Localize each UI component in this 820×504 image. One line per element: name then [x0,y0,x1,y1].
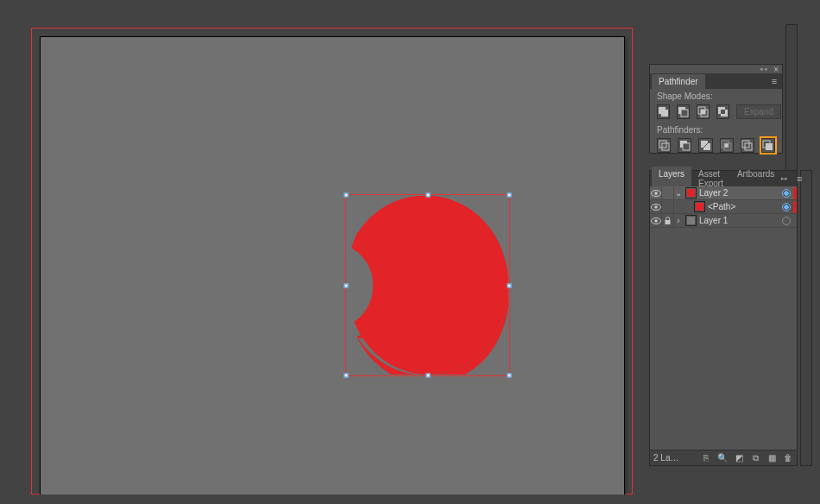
svg-rect-18 [722,141,729,148]
selection-indicator [793,215,797,227]
selection-indicator [793,201,797,213]
layer-swatch [694,201,705,212]
svg-rect-10 [659,141,666,148]
target-indicator[interactable] [782,189,791,198]
layer-name[interactable]: Layer 2 [699,188,779,198]
layers-dock-gutter[interactable] [800,170,812,466]
selection-bounding-box[interactable] [345,194,510,376]
svg-rect-13 [683,143,690,150]
bbox-handle-se[interactable] [508,374,512,378]
lock-toggle[interactable] [662,187,674,199]
new-sublayer-icon[interactable]: ⧉ [750,453,760,463]
lock-toggle[interactable] [662,215,674,227]
workspace[interactable] [12,17,644,495]
collapse-icon[interactable]: ▸▸ [781,175,788,182]
svg-line-16 [703,143,708,148]
selection-indicator [793,187,797,199]
layer-row[interactable]: ⌄ Layer 2 [650,186,797,200]
svg-point-29 [654,219,658,223]
svg-rect-8 [721,110,728,117]
visibility-toggle[interactable] [650,215,662,227]
make-clipping-mask-icon[interactable]: ◩ [734,453,744,463]
svg-point-25 [654,192,658,195]
svg-rect-2 [678,107,685,114]
tab-pathfinder[interactable]: Pathfinder [652,74,705,89]
pathfinder-minus-back-button[interactable] [761,138,775,153]
svg-rect-11 [662,143,669,150]
layer-name[interactable]: <Path> [708,202,779,211]
delete-icon[interactable]: 🗑 [783,453,793,463]
svg-rect-22 [763,141,770,148]
bbox-handle-e[interactable] [508,283,512,287]
pathfinder-divide-button[interactable] [657,138,671,153]
svg-rect-30 [665,220,671,224]
svg-rect-19 [724,143,731,150]
visibility-toggle[interactable] [650,201,662,213]
layers-tabstrip: Layers Asset Export Artboards ▸▸ ≡ [650,171,797,186]
svg-rect-20 [742,141,749,148]
artboard[interactable] [40,36,625,495]
svg-rect-6 [701,110,705,114]
svg-point-26 [651,204,660,210]
pathfinders-row [650,136,782,156]
svg-rect-9 [721,110,725,114]
bbox-handle-w[interactable] [344,283,349,287]
locate-object-icon[interactable]: ⎘ [701,453,711,463]
panel-flyout-menu-icon[interactable]: ≡ [766,76,782,86]
disclosure-icon[interactable]: › [674,216,683,225]
svg-rect-15 [703,143,710,150]
svg-point-27 [654,205,658,209]
svg-point-28 [651,217,660,224]
pathfinder-merge-button[interactable] [698,138,712,153]
close-icon[interactable]: × [773,65,779,74]
pathfinder-trim-button[interactable] [678,138,691,153]
pathfinders-label: Pathfinders: [650,123,782,136]
disclosure-icon[interactable]: ⌄ [674,188,683,198]
layer-swatch [685,215,697,226]
target-indicator[interactable] [782,217,791,225]
layers-footer: 2 La… ⎘ 🔍 ◩ ⧉ ▦ 🗑 [650,450,797,465]
visibility-toggle[interactable] [650,187,662,199]
svg-rect-3 [681,110,688,117]
layers-flyout-menu-icon[interactable]: ≡ [792,173,807,184]
layer-list[interactable]: ⌄ Layer 2 <Path> › Layer 1 [650,186,797,450]
bbox-handle-ne[interactable] [508,193,512,198]
bbox-handle-sw[interactable] [344,374,349,378]
bbox-handle-n[interactable] [426,193,430,198]
shape-mode-unite-button[interactable] [657,104,670,119]
layer-name[interactable]: Layer 1 [699,216,779,225]
bbox-handle-s[interactable] [426,374,430,378]
new-layer-icon[interactable]: ▦ [766,453,777,463]
svg-rect-4 [698,107,705,114]
svg-rect-21 [745,143,752,150]
svg-rect-17 [724,143,729,148]
shape-mode-intersect-button[interactable] [697,104,710,119]
svg-rect-14 [701,141,708,148]
layers-panel: Layers Asset Export Artboards ▸▸ ≡ ⌄ Lay… [649,170,798,466]
layer-row[interactable]: <Path> [650,200,797,214]
svg-point-24 [651,190,660,196]
pathfinder-tabstrip: Pathfinder ≡ [650,73,782,89]
layer-swatch [685,187,697,198]
search-icon[interactable]: 🔍 [717,453,728,463]
svg-rect-12 [680,141,687,148]
shape-modes-row: Expand [650,103,782,123]
svg-rect-1 [661,110,668,117]
shape-mode-minus-front-button[interactable] [677,104,690,119]
expand-button: Expand [736,104,781,119]
lock-toggle[interactable] [662,201,674,213]
layer-count: 2 La… [653,453,695,463]
svg-rect-0 [659,107,665,114]
collapse-icon[interactable]: ◂◂ [760,66,768,72]
target-indicator[interactable] [782,203,791,211]
shape-mode-exclude-button[interactable] [716,104,729,119]
pathfinder-outline-button[interactable] [741,138,754,153]
svg-rect-23 [766,143,773,150]
pathfinder-panel: ◂◂ × Pathfinder ≡ Shape Modes: Expand Pa… [649,64,783,154]
shape-modes-label: Shape Modes: [650,89,782,103]
panel-grip[interactable]: ◂◂ × [650,65,782,73]
bbox-handle-nw[interactable] [344,193,349,198]
svg-rect-5 [701,110,708,117]
pathfinder-crop-button[interactable] [720,138,734,153]
layer-row[interactable]: › Layer 1 [650,214,797,228]
